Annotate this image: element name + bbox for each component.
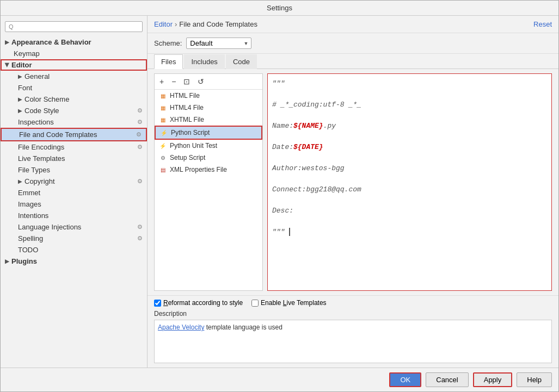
description-section: Description Apache Velocity template lan… <box>148 310 558 368</box>
list-item-xhtml-file[interactable]: ▦ XHTML File <box>155 114 262 126</box>
sidebar-item-label: Live Templates <box>18 154 65 163</box>
code-line-6: Connect:bgg218@qq.com <box>272 184 547 195</box>
sidebar-item-general[interactable]: ▶ General <box>1 71 147 82</box>
settings-icon: ⚙ <box>136 131 142 138</box>
sidebar-item-file-encodings[interactable]: File Encodings ⚙ <box>1 141 147 153</box>
sidebar-item-file-code-templates[interactable]: File and Code Templates ⚙ <box>1 128 147 141</box>
remove-template-button[interactable]: − <box>169 76 179 87</box>
list-item-python-script[interactable]: ⚡ Python Script <box>155 126 262 140</box>
template-list-panel: + − ⊡ ↺ ▦ HTML File ▦ HTML4 File <box>154 73 263 291</box>
py-icon: ⚡ <box>159 142 167 150</box>
list-item-html4-file[interactable]: ▦ HTML4 File <box>155 102 262 114</box>
sidebar-item-appearance[interactable]: ▶ Appearance & Behavior <box>1 36 147 48</box>
search-input[interactable] <box>16 23 139 30</box>
sidebar-item-label: General <box>24 72 50 80</box>
list-item-html-file[interactable]: ▦ HTML File <box>155 90 262 102</box>
html-icon: ▦ <box>159 92 167 99</box>
sidebar-item-label: Color Scheme <box>24 95 69 103</box>
sidebar-item-label: Copyright <box>24 177 55 185</box>
reformat-checkbox-label[interactable]: Reformat according to style <box>154 299 243 307</box>
code-line-4: Date:${DATE} <box>272 142 547 153</box>
code-line-5: Author:westos-bgg <box>272 163 547 174</box>
code-line-3: Name:${NAME}.py <box>272 121 547 132</box>
sidebar-item-intentions[interactable]: Intentions <box>1 210 147 221</box>
sidebar-item-label: Editor <box>11 61 32 69</box>
tab-code[interactable]: Code <box>226 54 257 69</box>
search-box[interactable]: Q <box>5 21 143 32</box>
editor-panel: """ # _*_coding:utf-8 _*_ Name:${NAME}.p… <box>267 73 552 291</box>
settings-icon: ⚙ <box>137 107 143 114</box>
sidebar-item-label: Inspections <box>18 118 54 126</box>
settings-icon: ⚙ <box>137 223 143 231</box>
gear-icon: ⚙ <box>159 154 167 161</box>
sidebar-item-label: Code Style <box>24 107 59 115</box>
help-button[interactable]: Help <box>517 372 552 387</box>
sidebar-item-label: Keymap <box>14 49 40 58</box>
tab-files[interactable]: Files <box>154 54 183 69</box>
settings-icon: ⚙ <box>137 119 143 126</box>
arrow-icon: ▶ <box>4 63 10 67</box>
sidebar-item-emmet[interactable]: Emmet <box>1 187 147 198</box>
add-template-button[interactable]: + <box>157 76 167 87</box>
tab-includes[interactable]: Includes <box>184 54 224 69</box>
sidebar-item-images[interactable]: Images <box>1 198 147 210</box>
sidebar-item-language-injections[interactable]: Language Injections ⚙ <box>1 221 147 233</box>
sidebar-item-live-templates[interactable]: Live Templates <box>1 153 147 164</box>
sidebar-item-todo[interactable]: TODO <box>1 244 147 256</box>
breadcrumb-parent[interactable]: Editor <box>154 20 173 28</box>
copy-template-button[interactable]: ⊡ <box>181 76 193 87</box>
description-text-suffix: template language is used <box>204 323 282 331</box>
sidebar-item-code-style[interactable]: ▶ Code Style ⚙ <box>1 105 147 116</box>
sidebar-item-color-scheme[interactable]: ▶ Color Scheme <box>1 94 147 105</box>
list-item-python-unit-test[interactable]: ⚡ Python Unit Test <box>155 140 262 152</box>
sidebar-item-label: Plugins <box>11 257 37 265</box>
live-templates-checkbox[interactable] <box>251 300 259 307</box>
xml-icon: ▤ <box>159 166 167 173</box>
search-icon: Q <box>9 23 14 30</box>
scheme-label: Scheme: <box>154 39 182 47</box>
sidebar-item-inspections[interactable]: Inspections ⚙ <box>1 116 147 128</box>
sidebar-item-label: File Encodings <box>18 143 64 151</box>
code-editor[interactable]: """ # _*_coding:utf-8 _*_ Name:${NAME}.p… <box>268 74 551 290</box>
sidebar-item-file-types[interactable]: File Types <box>1 164 147 176</box>
cancel-button[interactable]: Cancel <box>426 372 468 387</box>
html-icon: ▦ <box>159 116 167 123</box>
code-line-2: # _*_coding:utf-8 _*_ <box>272 99 547 110</box>
code-line-1: """ <box>272 78 547 89</box>
scheme-select[interactable]: Default Project <box>186 38 251 49</box>
sidebar-item-keymap[interactable]: Keymap <box>1 48 147 59</box>
settings-icon: ⚙ <box>137 235 143 242</box>
options-row: Reformat according to style Enable Live … <box>148 295 558 310</box>
sidebar-item-label: Emmet <box>18 189 40 197</box>
sidebar-item-font[interactable]: Font <box>1 82 147 94</box>
apply-button[interactable]: Apply <box>473 372 513 387</box>
dialog-footer: OK Cancel Apply Help <box>1 368 558 391</box>
ok-button[interactable]: OK <box>389 372 421 387</box>
breadcrumb: Editor › File and Code Templates Reset <box>148 16 558 33</box>
sidebar-item-spelling[interactable]: Spelling ⚙ <box>1 233 147 244</box>
code-line-7: Desc: <box>272 206 547 216</box>
scheme-select-wrapper: Default Project <box>186 38 251 49</box>
live-templates-checkbox-label[interactable]: Enable Live Templates <box>251 299 327 307</box>
template-toolbar: + − ⊡ ↺ <box>155 74 262 90</box>
reset-template-button[interactable]: ↺ <box>195 76 207 87</box>
sidebar-item-label: Language Injections <box>18 223 81 231</box>
list-item-setup-script[interactable]: ⚙ Setup Script <box>155 152 262 164</box>
title-text: Settings <box>267 4 292 12</box>
arrow-icon: ▶ <box>18 73 22 79</box>
description-box: Apache Velocity template language is use… <box>154 320 552 363</box>
sidebar-item-editor[interactable]: ▶ Editor <box>1 59 147 71</box>
breadcrumb-current: File and Code Templates <box>179 20 257 28</box>
apache-velocity-link[interactable]: Apache Velocity <box>158 323 204 331</box>
sidebar-item-plugins[interactable]: ▶ Plugins <box>1 256 147 267</box>
py-icon: ⚡ <box>160 129 168 136</box>
list-item-xml-properties[interactable]: ▤ XML Properties File <box>155 164 262 176</box>
arrow-icon: ▶ <box>5 39 9 45</box>
description-label: Description <box>154 310 552 318</box>
reset-button[interactable]: Reset <box>533 20 552 28</box>
reformat-checkbox[interactable] <box>154 300 161 307</box>
sidebar-item-label: TODO <box>18 246 38 254</box>
sidebar-item-label: Spelling <box>18 234 43 242</box>
sidebar-item-copyright[interactable]: ▶ Copyright ⚙ <box>1 176 147 187</box>
code-line-8: """ <box>272 227 547 238</box>
